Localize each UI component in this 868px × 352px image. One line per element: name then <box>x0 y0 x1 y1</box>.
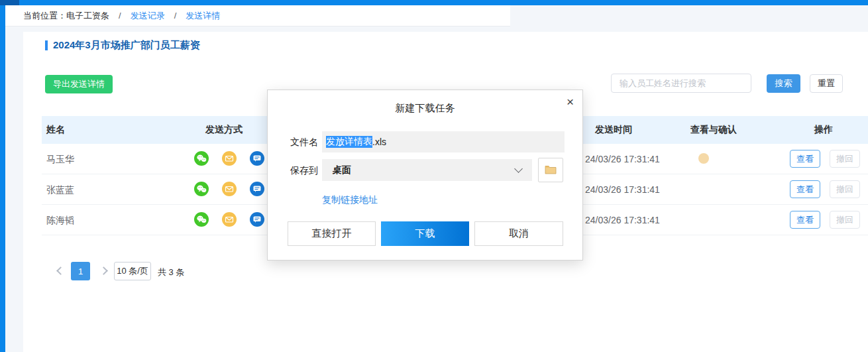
wechat-icon <box>194 212 209 227</box>
filename-selected-text: 发放详情表 <box>326 136 372 148</box>
recall-button[interactable]: 撤回 <box>830 211 860 229</box>
save-to-select[interactable]: 桌面 <box>322 159 532 181</box>
breadcrumb-separator: / <box>119 11 121 21</box>
wechat-icon <box>194 182 209 196</box>
col-header-send-method: 发送方式 <box>205 124 243 136</box>
folder-icon <box>545 164 557 176</box>
send-time: 24/03/26 17:31:41 <box>585 184 660 195</box>
filename-extension: .xls <box>372 137 386 147</box>
recall-button[interactable]: 撤回 <box>830 150 860 168</box>
breadcrumb-link-send-details[interactable]: 发送详情 <box>186 10 220 22</box>
app-screen: 当前位置：电子工资条 / 发送记录 / 发送详情 2024年3月市场推广部门员工… <box>0 0 868 352</box>
employee-name: 张蓝蓝 <box>46 184 74 196</box>
col-header-view-confirm: 查看与确认 <box>690 124 737 136</box>
left-blue-strip <box>0 5 5 352</box>
chevron-down-icon <box>514 164 523 173</box>
status-dot <box>698 153 709 164</box>
next-page-icon[interactable] <box>99 266 108 275</box>
search-input[interactable] <box>611 74 751 93</box>
open-directly-button[interactable]: 直接打开 <box>288 221 376 246</box>
save-to-value: 桌面 <box>333 164 351 176</box>
sms-icon <box>250 212 264 227</box>
prev-page-icon[interactable] <box>56 266 65 275</box>
search-button[interactable]: 搜索 <box>767 74 800 93</box>
mail-icon <box>222 151 237 166</box>
sms-icon <box>250 182 264 196</box>
topbar-corner <box>0 0 19 5</box>
send-time: 24/03/26 17:31:41 <box>585 215 660 225</box>
col-header-action: 操作 <box>814 124 833 136</box>
page-title: 2024年3月市场推广部门员工薪资 <box>53 39 200 52</box>
dialog-title: 新建下载任务 <box>268 102 582 115</box>
title-accent-bar <box>45 40 48 50</box>
reset-button[interactable]: 重置 <box>810 74 843 93</box>
page-size-select[interactable]: 10 条/页 <box>114 262 151 280</box>
col-header-send-time: 发送时间 <box>595 124 632 136</box>
breadcrumb-separator: / <box>174 11 177 21</box>
pagination: 1 10 条/页 共 3 条 <box>23 262 868 280</box>
breadcrumb-link-send-records[interactable]: 发送记录 <box>131 10 165 22</box>
wechat-icon <box>194 151 209 166</box>
breadcrumb: 当前位置：电子工资条 / 发送记录 / 发送详情 <box>5 5 510 27</box>
top-blue-bar <box>0 0 868 5</box>
download-button[interactable]: 下载 <box>381 221 469 246</box>
sms-icon <box>250 151 264 166</box>
filename-input[interactable]: 发放详情表 .xls <box>322 131 565 152</box>
total-count: 共 3 条 <box>158 266 184 278</box>
page-number-button[interactable]: 1 <box>71 262 90 280</box>
cancel-button[interactable]: 取消 <box>474 221 563 246</box>
mail-icon <box>222 182 237 196</box>
download-dialog: × 新建下载任务 文件名 发放详情表 .xls 保存到 桌面 复制链接地址 直接… <box>267 89 583 261</box>
view-button[interactable]: 查看 <box>790 150 820 168</box>
mail-icon <box>222 212 237 227</box>
view-button[interactable]: 查看 <box>790 180 820 198</box>
employee-name: 马玉华 <box>46 154 74 166</box>
col-header-name: 姓名 <box>46 124 65 136</box>
browse-folder-button[interactable] <box>538 158 563 182</box>
filename-label: 文件名 <box>290 137 318 148</box>
breadcrumb-location: 当前位置：电子工资条 <box>23 10 109 22</box>
save-to-label: 保存到 <box>290 165 318 177</box>
recall-button[interactable]: 撤回 <box>830 180 860 198</box>
employee-name: 陈海韬 <box>46 215 74 227</box>
send-time: 24/03/26 17:31:41 <box>585 154 660 164</box>
view-button[interactable]: 查看 <box>790 211 820 229</box>
copy-link[interactable]: 复制链接地址 <box>322 194 378 206</box>
export-button[interactable]: 导出发送详情 <box>45 75 113 93</box>
